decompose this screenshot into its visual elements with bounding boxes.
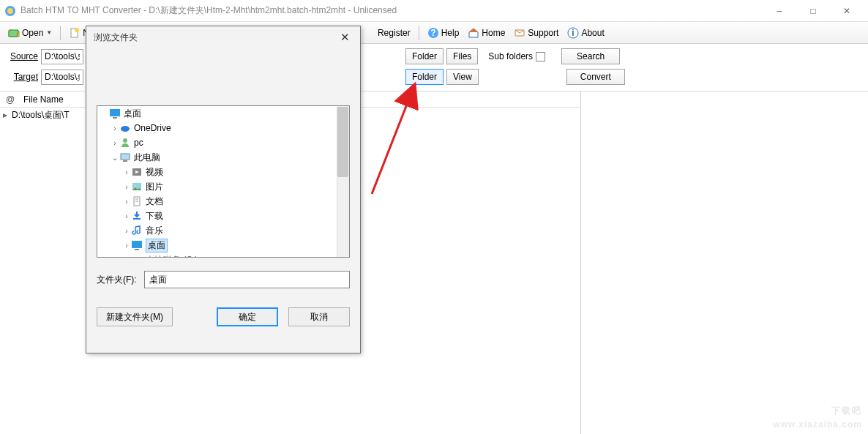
dialog-titlebar: 浏览文件夹 ✕ [86, 26, 360, 48]
about-label: About [581, 28, 604, 38]
dialog-buttons: 新建文件夹(M) 确定 取消 [97, 307, 350, 326]
folder-tree[interactable]: 桌面 ›OneDrive ›pc ⌄此电脑 ›视频 ›图片 ›文档 ›下载 ›音… [97, 105, 350, 258]
svg-rect-9 [110, 109, 120, 116]
support-icon [514, 27, 525, 39]
tree-desktop-root[interactable]: 桌面 [97, 106, 349, 121]
target-label: Target [6, 72, 38, 82]
watermark-sub: www.xiazaiba.com [773, 419, 862, 430]
register-button[interactable]: Register [374, 24, 414, 42]
dropdown-icon: ▼ [46, 29, 52, 36]
separator [419, 26, 419, 40]
new-folder-button[interactable]: 新建文件夹(M) [97, 307, 173, 326]
help-button[interactable]: ? Help [424, 24, 463, 42]
file-right-panel [581, 91, 868, 434]
svg-point-11 [121, 126, 130, 132]
disk-icon [131, 254, 143, 258]
music-icon [131, 225, 143, 236]
minimize-button[interactable]: – [763, 1, 796, 21]
user-icon [119, 137, 131, 149]
close-button[interactable]: ✕ [830, 1, 864, 21]
tree-onedrive[interactable]: ›OneDrive [97, 121, 349, 135]
target-folder-button[interactable]: Folder [405, 69, 444, 85]
file-path: D:\tools\桌面\T [12, 109, 70, 121]
tree-scrollbar[interactable] [337, 106, 349, 257]
window-title: Batch HTM TO MHT Converter - D:\新建文件夹\Ht… [20, 4, 763, 17]
tree-pictures[interactable]: ›图片 [97, 179, 349, 194]
source-input[interactable] [41, 49, 83, 64]
svg-rect-22 [133, 218, 141, 220]
svg-rect-24 [135, 249, 139, 250]
svg-rect-23 [132, 241, 142, 248]
support-label: Support [528, 28, 558, 38]
tree-desktop-selected[interactable]: ›桌面 [97, 238, 349, 252]
register-label: Register [378, 28, 411, 38]
videos-icon [131, 166, 143, 178]
folder-name-row: 文件夹(F): [97, 271, 350, 288]
files-button[interactable]: Files [446, 48, 478, 64]
about-icon: i [567, 27, 579, 39]
documents-icon [131, 195, 143, 207]
svg-point-18 [135, 185, 137, 187]
source-folder-button[interactable]: Folder [405, 48, 444, 64]
open-label: Open [22, 28, 43, 38]
help-label: Help [441, 28, 460, 38]
help-icon: ? [427, 27, 439, 39]
tree-videos[interactable]: ›视频 [97, 165, 349, 179]
watermark: 下载吧 www.xiazaiba.com [773, 392, 862, 430]
dialog-close-button[interactable]: ✕ [337, 31, 353, 44]
tree-pc-user[interactable]: ›pc [97, 135, 349, 150]
svg-rect-10 [113, 117, 117, 119]
about-button[interactable]: i About [564, 24, 607, 42]
tree-downloads[interactable]: ›下载 [97, 209, 349, 223]
browse-folder-dialog: 浏览文件夹 ✕ 桌面 ›OneDrive ›pc ⌄此电脑 ›视频 ›图片 ›文… [86, 26, 361, 353]
view-button[interactable]: View [446, 69, 479, 85]
maximize-button[interactable]: □ [796, 1, 830, 21]
onedrive-icon [119, 122, 131, 134]
scrollbar-thumb[interactable] [337, 107, 348, 177]
open-icon [8, 27, 20, 39]
svg-rect-13 [121, 154, 130, 160]
separator [60, 26, 61, 40]
app-icon [4, 5, 16, 17]
folder-name-input[interactable] [144, 271, 350, 288]
ok-button[interactable]: 确定 [217, 307, 278, 326]
support-button[interactable]: Support [510, 24, 562, 42]
open-button[interactable]: Open ▼ [4, 24, 56, 42]
pc-icon [119, 151, 131, 163]
search-button[interactable]: Search [561, 48, 620, 64]
expand-icon[interactable]: ▸ [3, 110, 12, 120]
tree-music[interactable]: ›音乐 [97, 223, 349, 238]
new-icon [69, 27, 81, 39]
subfolders-checkbox[interactable] [536, 52, 545, 61]
desktop-icon [109, 108, 121, 119]
titlebar: Batch HTM TO MHT Converter - D:\新建文件夹\Ht… [0, 0, 868, 22]
downloads-icon [131, 210, 143, 222]
tree-local-disk[interactable]: ›本地磁盘 (C:) [97, 252, 349, 258]
svg-text:?: ? [430, 28, 435, 38]
pictures-icon [131, 181, 143, 192]
subfolders-label: Sub folders [488, 51, 533, 61]
home-label: Home [482, 28, 505, 38]
dialog-title: 浏览文件夹 [94, 31, 138, 44]
dialog-spacer [86, 48, 360, 105]
source-label: Source [6, 51, 38, 61]
svg-point-3 [75, 28, 79, 32]
svg-point-1 [7, 8, 13, 14]
at-column-header[interactable]: @ [0, 94, 20, 105]
cancel-button[interactable]: 取消 [288, 307, 350, 326]
folder-label: 文件夹(F): [97, 274, 137, 286]
home-button[interactable]: Home [464, 24, 509, 42]
target-input[interactable] [41, 70, 83, 85]
tree-this-pc[interactable]: ⌄此电脑 [97, 150, 349, 165]
svg-rect-14 [123, 160, 127, 162]
convert-button[interactable]: Convert [566, 69, 625, 85]
svg-point-12 [123, 138, 127, 143]
home-icon [468, 27, 479, 39]
desktop-icon [131, 239, 143, 251]
window-controls: – □ ✕ [763, 1, 864, 21]
tree-documents[interactable]: ›文档 [97, 194, 349, 209]
svg-text:i: i [572, 28, 575, 38]
watermark-main: 下载吧 [831, 405, 862, 416]
